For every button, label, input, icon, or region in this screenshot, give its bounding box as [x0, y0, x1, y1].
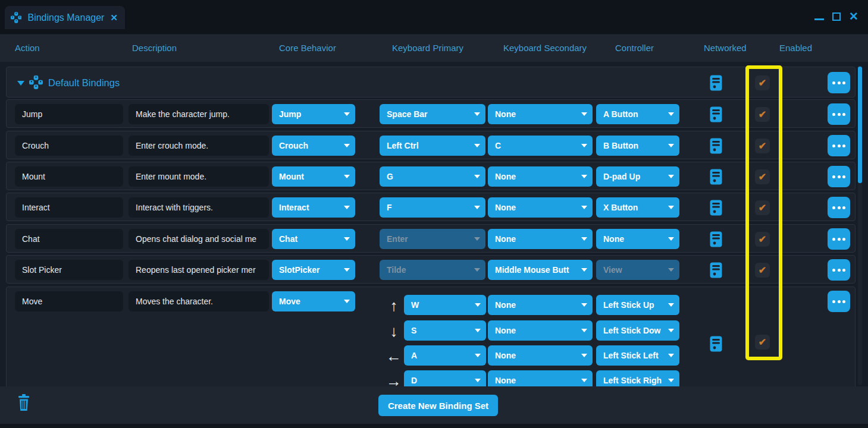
- chevron-down-icon: [344, 268, 350, 272]
- core-behavior-dropdown[interactable]: Crouch: [272, 136, 355, 156]
- controller-dropdown[interactable]: B Button: [596, 136, 679, 156]
- checkmark-icon: ✔: [759, 266, 766, 275]
- row-options-button[interactable]: [828, 166, 850, 187]
- core-behavior-dropdown[interactable]: Chat: [272, 229, 355, 249]
- description-input[interactable]: [129, 197, 269, 218]
- action-input[interactable]: [15, 291, 123, 311]
- controller-dropdown[interactable]: View: [596, 260, 679, 280]
- move-down-secondary-dropdown[interactable]: None: [488, 320, 593, 341]
- description-input[interactable]: [129, 291, 269, 311]
- row-options-button[interactable]: [828, 291, 850, 312]
- action-input[interactable]: [15, 197, 123, 218]
- ellipsis-dot: [838, 269, 841, 272]
- arrow-down-icon: ↓: [386, 320, 402, 342]
- enabled-checkbox[interactable]: ✔: [755, 75, 770, 90]
- keyboard-primary-dropdown[interactable]: Enter: [380, 229, 485, 249]
- keyboard-primary-dropdown[interactable]: Space Bar: [380, 104, 485, 124]
- keyboard-secondary-dropdown[interactable]: None: [488, 197, 593, 218]
- core-behavior-dropdown[interactable]: SlotPicker: [272, 260, 355, 280]
- ellipsis-dot: [838, 81, 841, 84]
- chevron-down-icon: [474, 144, 480, 147]
- binding-row-chat: ChatEnterNoneNone✔: [6, 224, 856, 253]
- action-input[interactable]: [15, 229, 123, 249]
- move-down-controller-dropdown[interactable]: Left Stick Dow: [596, 320, 679, 341]
- action-input[interactable]: [15, 260, 123, 280]
- row-options-button[interactable]: [828, 103, 850, 125]
- keyboard-primary-dropdown[interactable]: Left Ctrl: [380, 136, 485, 156]
- action-input[interactable]: [15, 166, 123, 187]
- move-left-controller-dropdown[interactable]: Left Stick Left: [596, 345, 679, 366]
- move-down-key-dropdown[interactable]: S: [404, 320, 486, 341]
- chevron-down-icon: [475, 354, 481, 357]
- description-input[interactable]: [129, 260, 269, 280]
- action-input[interactable]: [15, 136, 123, 156]
- action-input[interactable]: [15, 104, 123, 124]
- keyboard-primary-dropdown[interactable]: F: [380, 197, 485, 218]
- row-options-button[interactable]: [828, 72, 850, 93]
- row-options-button[interactable]: [828, 197, 850, 218]
- core-behavior-dropdown[interactable]: Interact: [272, 197, 355, 218]
- move-left-key-dropdown-value: A: [411, 351, 472, 360]
- description-input[interactable]: [129, 104, 269, 124]
- chevron-down-icon: [581, 354, 587, 357]
- move-up-key-dropdown[interactable]: W: [404, 295, 486, 315]
- chevron-down-icon: [668, 329, 674, 332]
- enabled-checkbox[interactable]: ✔: [755, 335, 770, 350]
- move-up-controller-dropdown[interactable]: Left Stick Up: [596, 295, 679, 315]
- create-new-binding-set-button[interactable]: Create New Binding Set: [378, 395, 498, 416]
- description-input[interactable]: [129, 136, 269, 156]
- collapse-expander-icon[interactable]: [17, 81, 24, 86]
- tab-bindings-manager[interactable]: Bindings Manager ✕: [5, 6, 125, 29]
- window-close-icon[interactable]: ✕: [849, 10, 858, 23]
- enabled-checkbox[interactable]: ✔: [755, 169, 770, 184]
- row-options-button[interactable]: [828, 135, 850, 156]
- delete-binding-set-button[interactable]: [17, 394, 30, 411]
- ellipsis-dot: [832, 238, 835, 241]
- move-down-secondary-dropdown-value: None: [495, 326, 578, 335]
- core-behavior-dropdown[interactable]: Move: [272, 291, 355, 311]
- keyboard-secondary-dropdown[interactable]: C: [488, 136, 593, 156]
- column-header-networked: Networked: [704, 34, 747, 62]
- window-bottom-edge: [0, 424, 868, 428]
- row-options-button[interactable]: [828, 259, 850, 281]
- keyboard-secondary-dropdown[interactable]: None: [488, 229, 593, 249]
- binding-row-crouch: CrouchLeft CtrlCB Button✔: [6, 131, 856, 159]
- scrollbar-thumb[interactable]: [858, 67, 862, 183]
- trash-icon: [17, 394, 30, 411]
- move-left-secondary-dropdown[interactable]: None: [488, 345, 593, 366]
- keyboard-secondary-dropdown[interactable]: None: [488, 166, 593, 187]
- move-up-key-dropdown-value: W: [411, 300, 472, 310]
- core-behavior-dropdown-value: SlotPicker: [279, 265, 341, 275]
- controller-dropdown[interactable]: D-pad Up: [596, 166, 679, 187]
- controller-dropdown[interactable]: A Button: [596, 104, 679, 124]
- enabled-checkbox[interactable]: ✔: [755, 232, 770, 247]
- core-behavior-dropdown[interactable]: Mount: [272, 166, 355, 187]
- description-input[interactable]: [129, 229, 269, 249]
- row-options-button[interactable]: [828, 228, 850, 250]
- controller-dropdown[interactable]: X Button: [596, 197, 679, 218]
- controller-dropdown[interactable]: None: [596, 229, 679, 249]
- chevron-down-icon: [344, 206, 350, 209]
- networked-server-icon: [710, 75, 722, 91]
- maximize-icon[interactable]: [832, 12, 841, 21]
- chevron-down-icon: [474, 237, 480, 241]
- minimize-icon[interactable]: [814, 18, 824, 20]
- enabled-checkbox[interactable]: ✔: [755, 139, 770, 153]
- move-up-secondary-dropdown[interactable]: None: [488, 295, 593, 315]
- keyboard-secondary-dropdown[interactable]: None: [488, 104, 593, 124]
- enabled-checkbox[interactable]: ✔: [755, 107, 770, 122]
- enabled-checkbox[interactable]: ✔: [755, 200, 770, 215]
- enabled-checkbox[interactable]: ✔: [755, 263, 770, 278]
- core-behavior-dropdown[interactable]: Jump: [272, 104, 355, 124]
- chevron-down-icon: [581, 329, 587, 332]
- move-left-key-dropdown[interactable]: A: [404, 345, 486, 366]
- binding-row-interact: InteractFNoneX Button✔: [6, 193, 856, 221]
- tab-close-icon[interactable]: ✕: [110, 12, 118, 23]
- keyboard-primary-dropdown[interactable]: G: [380, 166, 485, 187]
- description-input[interactable]: [129, 166, 269, 187]
- keyboard-primary-dropdown[interactable]: Tilde: [380, 260, 485, 280]
- networked-server-icon: [710, 138, 722, 154]
- networked-server-icon: [710, 169, 722, 185]
- keyboard-secondary-dropdown[interactable]: Middle Mouse Butt: [488, 260, 593, 280]
- chevron-down-icon: [668, 268, 674, 272]
